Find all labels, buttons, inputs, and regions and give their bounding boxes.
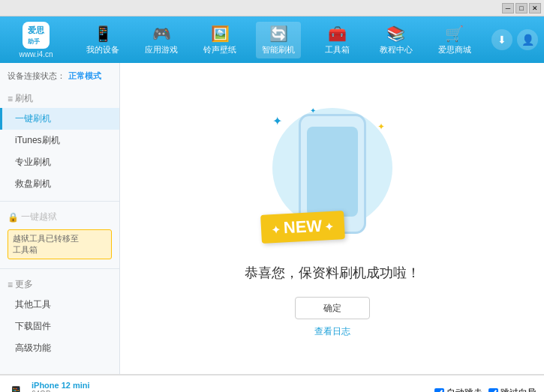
nav-smart-flash[interactable]: 🔄 智能刷机 <box>256 22 301 58</box>
nav-bar: 📱 我的设备 🎮 应用游戏 🖼️ 铃声壁纸 🔄 智能刷机 🧰 工具箱 📚 教程中… <box>74 22 484 58</box>
nav-wallpaper[interactable]: 🖼️ 铃声壁纸 <box>197 22 242 58</box>
my-device-icon: 📱 <box>94 25 113 43</box>
sidebar-more-section: ≡ 更多 其他工具 下载固件 高级功能 <box>0 272 119 362</box>
toolbox-icon: 🧰 <box>328 25 347 43</box>
user-button[interactable]: 👤 <box>517 29 538 50</box>
phone-screen <box>307 127 358 217</box>
status-label: 设备连接状态： <box>8 70 65 82</box>
nav-shop[interactable]: 🛒 爱思商城 <box>432 22 477 58</box>
log-link[interactable]: 查看日志 <box>314 325 350 338</box>
status-value: 正常模式 <box>68 70 101 82</box>
sidebar: 设备连接状态： 正常模式 ≡ 刷机 一键刷机 iTunes刷机 专业刷机 救盘刷… <box>0 63 120 374</box>
smart-flash-icon: 🔄 <box>269 25 288 43</box>
header-right: ⬇ 👤 <box>491 29 538 50</box>
logo[interactable]: 爱思助手 www.i4.cn <box>6 22 66 58</box>
sidebar-itunes-flash[interactable]: iTunes刷机 <box>0 130 119 151</box>
device-name: iPhone 12 mini <box>32 381 92 390</box>
confirm-button[interactable]: 确定 <box>295 297 370 319</box>
download-button[interactable]: ⬇ <box>491 29 512 50</box>
main-content: 设备连接状态： 正常模式 ≡ 刷机 一键刷机 iTunes刷机 专业刷机 救盘刷… <box>0 63 544 374</box>
skip-wizard-input[interactable] <box>488 388 498 392</box>
title-bar: ─ □ ✕ <box>0 0 544 16</box>
maximize-button[interactable]: □ <box>515 3 527 13</box>
sidebar-advanced[interactable]: 高级功能 <box>0 337 119 359</box>
device-phone-icon: 📱 <box>8 385 24 393</box>
close-button[interactable]: ✕ <box>529 3 541 13</box>
nav-tutorial[interactable]: 📚 教程中心 <box>374 22 419 58</box>
sidebar-jailbreak-header: 🔒 一键越狱 <box>0 208 119 226</box>
device-bar: 📱 iPhone 12 mini 64GB Down-12mini-13.1 自… <box>0 375 544 392</box>
sidebar-divider-1 <box>0 201 119 202</box>
device-storage: 64GB <box>32 390 92 393</box>
shop-icon: 🛒 <box>445 25 464 43</box>
new-badge: NEW <box>260 211 345 244</box>
content-area: NEW ✦ ✦ ✦ 恭喜您，保资料刷机成功啦！ 确定 查看日志 <box>120 63 544 374</box>
sidebar-one-click-flash[interactable]: 一键刷机 <box>0 108 119 130</box>
sidebar-flash-section: ≡ 刷机 一键刷机 iTunes刷机 专业刷机 救盘刷机 <box>0 86 119 198</box>
bottom-wrapper: 📱 iPhone 12 mini 64GB Down-12mini-13.1 自… <box>0 374 544 392</box>
logo-url: www.i4.cn <box>19 50 53 58</box>
skip-wizard-checkbox[interactable]: 跳过向导 <box>488 387 536 392</box>
apps-icon: 🎮 <box>152 25 171 43</box>
device-info: iPhone 12 mini 64GB Down-12mini-13.1 <box>32 381 92 393</box>
sparkle-1: ✦ <box>272 114 282 128</box>
sidebar-download-firmware[interactable]: 下载固件 <box>0 316 119 337</box>
sidebar-other-tools[interactable]: 其他工具 <box>0 294 119 316</box>
sidebar-jailbreak-section: 🔒 一键越狱 越狱工具已转移至工具箱 <box>0 205 119 265</box>
auto-jump-checkbox[interactable]: 自动跳走 <box>434 387 482 392</box>
tutorial-icon: 📚 <box>386 25 405 43</box>
sidebar-data-flash[interactable]: 救盘刷机 <box>0 173 119 195</box>
sidebar-divider-2 <box>0 268 119 269</box>
connection-status: 设备连接状态： 正常模式 <box>0 66 119 86</box>
jailbreak-note: 越狱工具已转移至工具箱 <box>8 229 112 259</box>
sparkle-2: ✦ <box>377 121 385 132</box>
nav-toolbox[interactable]: 🧰 工具箱 <box>315 22 360 58</box>
sparkle-3: ✦ <box>310 106 316 115</box>
skip-wizard-label: 跳过向导 <box>500 387 536 392</box>
checkbox-row: 自动跳走 跳过向导 <box>434 387 536 392</box>
nav-apps[interactable]: 🎮 应用游戏 <box>139 22 184 58</box>
auto-jump-label: 自动跳走 <box>446 387 482 392</box>
nav-my-device[interactable]: 📱 我的设备 <box>80 22 125 58</box>
sidebar-more-header: ≡ 更多 <box>0 275 119 294</box>
success-illustration: NEW ✦ ✦ ✦ <box>257 99 407 249</box>
header: 爱思助手 www.i4.cn 📱 我的设备 🎮 应用游戏 🖼️ 铃声壁纸 🔄 智… <box>0 16 544 63</box>
success-message: 恭喜您，保资料刷机成功啦！ <box>245 264 420 282</box>
sidebar-flash-header: ≡ 刷机 <box>0 89 119 108</box>
logo-icon: 爱思助手 <box>23 22 50 49</box>
wallpaper-icon: 🖼️ <box>211 25 230 43</box>
sidebar-pro-flash[interactable]: 专业刷机 <box>0 151 119 173</box>
minimize-button[interactable]: ─ <box>502 3 514 13</box>
auto-jump-input[interactable] <box>434 388 444 392</box>
